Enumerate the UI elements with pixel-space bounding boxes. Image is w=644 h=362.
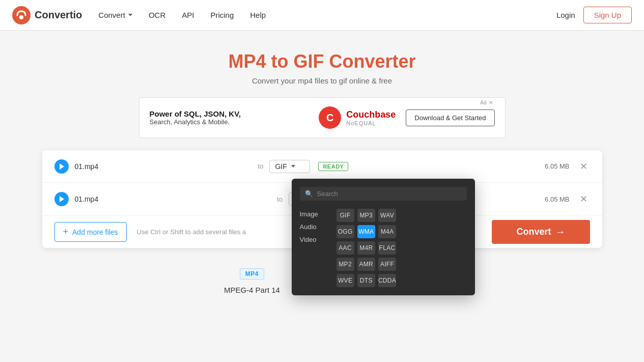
add-files-button[interactable]: + Add more files (54, 222, 127, 242)
ad-label: Ad (480, 100, 486, 105)
to-label-2: to (277, 196, 283, 203)
file-name-2: 01.mp4 (75, 195, 271, 203)
ad-inner: Power of SQL, JSON, KV, Search, Analytic… (139, 106, 505, 129)
close-button-2[interactable] (578, 193, 590, 205)
format-chip-gif[interactable]: GIF (337, 209, 354, 222)
mp4-title: MPEG-4 Part 14 (224, 286, 280, 294)
logo[interactable]: Convertio (12, 6, 82, 24)
mp4-badge: MP4 (240, 268, 264, 280)
search-container: 🔍 (300, 187, 467, 201)
format-grid: GIFMP3WAVOGGWMAM4AAACM4RFLACMP2AMRAIFFWV… (337, 209, 397, 287)
close-icon (580, 193, 587, 205)
ad-headline: Power of SQL, JSON, KV, (150, 109, 309, 118)
format-chip-aiff[interactable]: AIFF (378, 258, 396, 271)
nav-pricing[interactable]: Pricing (210, 11, 234, 19)
chevron-down-icon (291, 165, 295, 168)
category-image[interactable]: Image (300, 209, 330, 219)
category-audio[interactable]: Audio (300, 221, 330, 232)
play-icon (60, 163, 64, 170)
page-subtitle: Convert your mp4 files to gif online & f… (10, 76, 634, 85)
convert-arrow-icon: → (555, 226, 566, 238)
close-icon (580, 161, 587, 172)
format-chip-aac[interactable]: AAC (337, 241, 354, 255)
nav-api[interactable]: API (182, 11, 194, 19)
ad-text: Power of SQL, JSON, KV, Search, Analytic… (150, 109, 309, 126)
convert-label: Convert (516, 227, 551, 237)
format-chip-cdda[interactable]: CDDA (378, 274, 396, 287)
convert-button[interactable]: Convert → (492, 220, 590, 244)
format-select-1[interactable]: GIF (269, 160, 310, 173)
couchbase-logo-icon: C (319, 106, 341, 129)
format-chip-m4r[interactable]: M4R (357, 241, 375, 255)
close-button-1[interactable] (578, 160, 590, 173)
format-chip-wav[interactable]: WAV (378, 209, 396, 222)
header-actions: Login Sign Up (556, 7, 632, 23)
format-chip-dts[interactable]: DTS (357, 274, 375, 287)
file-size-1: 6.05 MB (534, 162, 570, 170)
plus-icon: + (63, 227, 69, 237)
category-list: Image Audio Video (300, 209, 330, 287)
logo-text: Convertio (35, 9, 82, 21)
play-icon (60, 196, 64, 202)
header: Convertio Convert OCR API Pricing Help L… (0, 0, 644, 31)
to-label-1: to (258, 162, 264, 170)
search-input[interactable] (317, 190, 462, 198)
ad-close-icon[interactable]: ✕ (489, 100, 493, 105)
ad-banner: Ad ✕ Power of SQL, JSON, KV, Search, Ana… (139, 97, 506, 138)
format-chip-flac[interactable]: FLAC (378, 241, 396, 255)
ad-subtext: Search, Analytics & Mobile. (150, 118, 309, 126)
nav-ocr[interactable]: OCR (149, 11, 165, 19)
format-chip-amr[interactable]: AMR (357, 258, 375, 271)
page-title: MP4 to GIF Converter (10, 51, 634, 72)
format-chip-ogg[interactable]: OGG (337, 225, 354, 238)
file-row: 01.mp4 to GIF READY 6.05 MB (42, 150, 602, 183)
couchbase-text: Couchbase NoEQUAL (346, 109, 396, 126)
format-chip-m4a[interactable]: M4A (378, 225, 396, 238)
ad-logo: C Couchbase NoEQUAL (319, 106, 396, 129)
main-content: MP4 to GIF Converter Convert your mp4 fi… (0, 31, 644, 315)
file-size-2: 6.05 MB (534, 196, 570, 203)
format-dropdown: 🔍 Image Audio Video GIFMP3WAVOGGWMAM4AAA… (292, 179, 475, 295)
format-select-text-1: GIF (275, 162, 287, 171)
play-button-1[interactable] (54, 159, 69, 174)
converter-area: 01.mp4 to GIF READY 6.05 MB 01.mp4 to GI… (42, 150, 602, 248)
play-button-2[interactable] (54, 192, 69, 206)
add-files-label: Add more files (72, 228, 118, 236)
format-chip-wma[interactable]: WMA (357, 225, 375, 238)
category-video[interactable]: Video (300, 234, 330, 245)
file-name-1: 01.mp4 (75, 162, 252, 171)
svg-point-1 (19, 15, 23, 19)
signup-button[interactable]: Sign Up (583, 7, 632, 23)
chevron-down-icon (128, 14, 132, 16)
format-chip-mp3[interactable]: MP3 (357, 209, 375, 222)
couchbase-tagline: NoEQUAL (346, 120, 396, 126)
nav-help[interactable]: Help (250, 11, 266, 19)
dropdown-body: Image Audio Video GIFMP3WAVOGGWMAM4AAACM… (300, 209, 467, 287)
ad-cta-button[interactable]: Download & Get Started (406, 109, 494, 126)
logo-icon (12, 6, 31, 24)
info-card-mp4: MP4 MPEG-4 Part 14 (224, 268, 280, 294)
couchbase-name: Couchbase (346, 109, 396, 120)
format-chip-mp2[interactable]: MP2 (337, 258, 354, 271)
format-chip-wve[interactable]: WVE (337, 274, 354, 287)
ready-badge-1: READY (318, 162, 348, 171)
login-button[interactable]: Login (556, 11, 575, 19)
nav-convert[interactable]: Convert (98, 11, 132, 19)
ad-badge: Ad ✕ (480, 100, 492, 105)
search-icon: 🔍 (305, 190, 313, 198)
main-nav: Convert OCR API Pricing Help (98, 11, 556, 19)
